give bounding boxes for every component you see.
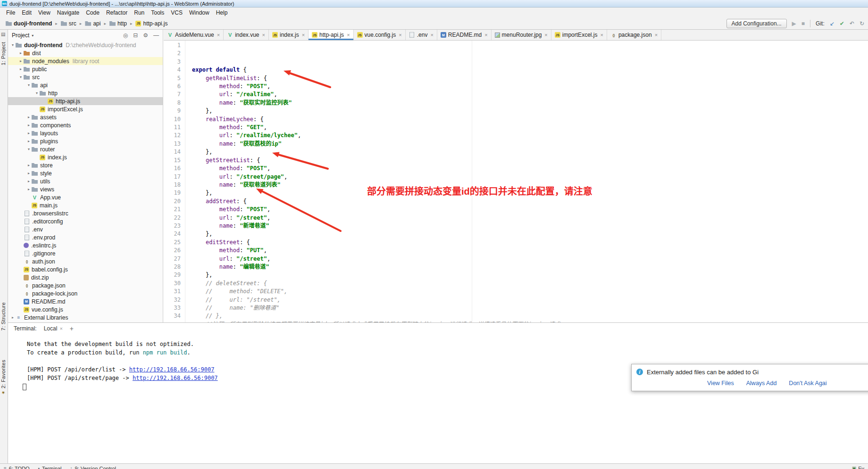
tree-item[interactable]: ▸components xyxy=(8,121,163,129)
hide-panel-icon[interactable]: — xyxy=(153,32,159,39)
chevron-down-icon[interactable]: ▾ xyxy=(26,147,32,151)
tool-button-structure[interactable]: 7: Structure xyxy=(0,302,6,330)
chevron-right-icon[interactable]: ▸ xyxy=(10,315,16,320)
tab-close-icon[interactable]: × xyxy=(217,32,220,38)
locate-file-icon[interactable]: ◎ xyxy=(123,32,128,39)
chevron-right-icon[interactable]: ▸ xyxy=(26,139,32,143)
notification-action-view-files[interactable]: View Files xyxy=(707,380,734,387)
menu-help[interactable]: Help xyxy=(213,8,231,17)
tree-item[interactable]: ▸utils xyxy=(8,177,163,185)
revert-icon[interactable]: ↶ xyxy=(850,21,854,26)
new-terminal-icon[interactable]: + xyxy=(70,325,74,332)
tree-item[interactable]: MREADME.md xyxy=(8,297,163,305)
run-icon[interactable]: ▶ xyxy=(792,21,796,26)
menu-edit[interactable]: Edit xyxy=(18,8,35,17)
tab-close-icon[interactable]: × xyxy=(347,32,350,38)
tree-item[interactable]: ▾api xyxy=(8,81,163,89)
tab-close-icon[interactable]: × xyxy=(484,32,487,38)
tree-item[interactable]: ▾duoji-frontendD:\zheheWeb\duoji-fronten… xyxy=(8,41,163,49)
terminal-tab-local[interactable]: Local × xyxy=(42,324,65,333)
breadcrumb-item[interactable]: http xyxy=(108,20,129,27)
tree-item[interactable]: {}auth.json xyxy=(8,257,163,265)
tab-close-icon[interactable]: × xyxy=(544,32,547,38)
tree-item[interactable]: .env.prod xyxy=(8,233,163,241)
tree-item[interactable]: ▸≡External Libraries xyxy=(8,313,163,321)
tool-window-switcher-icon[interactable]: ▤ xyxy=(1,32,5,37)
menu-window[interactable]: Window xyxy=(186,8,213,17)
chevron-right-icon[interactable]: ▸ xyxy=(26,163,32,167)
chevron-down-icon[interactable]: ▾ xyxy=(32,33,33,38)
settings-gear-icon[interactable]: ⚙ xyxy=(143,32,148,39)
tree-item[interactable]: ▾router xyxy=(8,145,163,153)
tree-item[interactable]: ▸views xyxy=(8,185,163,193)
tab-menuRouter.jpg[interactable]: menuRouter.jpg× xyxy=(492,30,551,40)
menu-refactor[interactable]: Refactor xyxy=(103,8,131,17)
collapse-all-icon[interactable]: ⊟ xyxy=(133,32,138,39)
chevron-down-icon[interactable]: ▾ xyxy=(26,83,32,87)
tab-close-icon[interactable]: × xyxy=(399,32,401,38)
menu-file[interactable]: File xyxy=(3,8,18,17)
tab-close-icon[interactable]: × xyxy=(655,32,658,38)
tab-index.vue[interactable]: Vindex.vue× xyxy=(224,30,269,40)
chevron-right-icon[interactable]: ▸ xyxy=(26,171,32,175)
breadcrumb-item[interactable]: duoji-frontend xyxy=(4,20,54,27)
statusbar-event-log[interactable]: ▣ Ev xyxy=(852,466,864,469)
chevron-down-icon[interactable]: ▾ xyxy=(18,75,24,79)
history-icon[interactable]: ↻ xyxy=(860,21,864,26)
tool-button-favorites[interactable]: ★ 2: Favorites xyxy=(0,360,6,395)
tree-item[interactable]: .eslintrc.js xyxy=(8,241,163,249)
tree-item[interactable]: .browserslistrc xyxy=(8,209,163,217)
tab-close-icon[interactable]: × xyxy=(59,326,62,331)
tab-vue.config.js[interactable]: JSvue.config.js× xyxy=(354,30,406,40)
tree-item[interactable]: .env xyxy=(8,225,163,233)
notification-action-always-add[interactable]: Always Add xyxy=(746,380,777,387)
chevron-down-icon[interactable]: ▾ xyxy=(10,43,16,47)
tab-index.js[interactable]: JSindex.js× xyxy=(269,30,309,40)
chevron-right-icon[interactable]: ▸ xyxy=(26,123,32,127)
menu-run[interactable]: Run xyxy=(131,8,148,17)
tab-close-icon[interactable]: × xyxy=(430,32,433,38)
notification-action-don-t-ask-agai[interactable]: Don't Ask Agai xyxy=(789,380,826,387)
chevron-down-icon[interactable]: ▾ xyxy=(34,91,40,95)
tree-item[interactable]: ▸plugins xyxy=(8,137,163,145)
tree-item[interactable]: ▸store xyxy=(8,161,163,169)
tab-close-icon[interactable]: × xyxy=(600,32,603,38)
statusbar-todo[interactable]: ≡6: TODO xyxy=(4,466,29,469)
tab-importExcel.js[interactable]: JSimportExcel.js× xyxy=(551,30,607,40)
breadcrumb-item[interactable]: JShttp-api.js xyxy=(134,20,169,27)
tab-.env[interactable]: .env× xyxy=(406,30,437,40)
terminal-link[interactable]: http://192.168.66.56:9007 xyxy=(129,366,215,373)
tree-item[interactable]: JSbabel.config.js xyxy=(8,265,163,273)
tree-item[interactable]: ▾http xyxy=(8,89,163,97)
terminal-link[interactable]: http://192.168.66.56:9007 xyxy=(133,375,218,381)
statusbar-terminal[interactable]: ▪Terminal xyxy=(38,466,61,469)
tree-item[interactable]: JSvue.config.js xyxy=(8,305,163,313)
tree-item[interactable]: ▸assets xyxy=(8,113,163,121)
tab-AsideMenu.vue[interactable]: VAsideMenu.vue× xyxy=(164,30,224,40)
tab-README.md[interactable]: MREADME.md× xyxy=(437,30,492,40)
chevron-right-icon[interactable]: ▸ xyxy=(18,59,24,63)
chevron-right-icon[interactable]: ▸ xyxy=(26,187,32,191)
chevron-right-icon[interactable]: ▸ xyxy=(18,51,24,55)
menu-vcs[interactable]: VCS xyxy=(167,8,186,17)
tab-package.json[interactable]: {}package.json× xyxy=(607,30,661,40)
tree-item[interactable]: dist.zip xyxy=(8,273,163,281)
editor-code[interactable]: export default { getRealTimeList: { meth… xyxy=(185,41,868,322)
tree-item[interactable]: ▸style xyxy=(8,169,163,177)
tree-item[interactable]: JShttp-api.js xyxy=(8,97,163,105)
tool-button-project[interactable]: 1: Project xyxy=(0,42,6,65)
tab-close-icon[interactable]: × xyxy=(262,32,265,38)
tree-item[interactable]: ▸layouts xyxy=(8,129,163,137)
git-commit-icon[interactable]: ✔ xyxy=(840,21,844,26)
tree-item[interactable]: JSmain.js xyxy=(8,201,163,209)
chevron-right-icon[interactable]: ▸ xyxy=(26,131,32,135)
tree-item[interactable]: ▾src xyxy=(8,73,163,81)
menu-code[interactable]: Code xyxy=(83,8,103,17)
chevron-right-icon[interactable]: ▸ xyxy=(26,115,32,119)
stop-icon[interactable]: ■ xyxy=(801,21,805,26)
tree-item[interactable]: VApp.vue xyxy=(8,193,163,201)
tree-item[interactable]: JSimportExcel.js xyxy=(8,105,163,113)
tree-item[interactable]: {}package.json xyxy=(8,281,163,289)
breadcrumb-item[interactable]: api xyxy=(83,20,102,27)
breadcrumb-item[interactable]: src xyxy=(59,20,78,27)
